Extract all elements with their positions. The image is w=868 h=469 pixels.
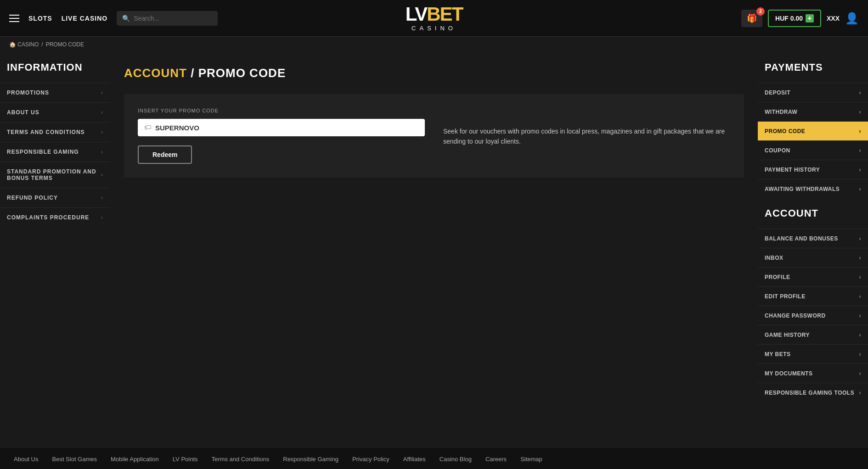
breadcrumb-home[interactable]: 🏠 CASINO [9, 41, 39, 48]
arrow-icon: › [859, 108, 861, 115]
promo-label: INSERT YOUR PROMO CODE [138, 108, 425, 113]
account-title: ACCOUNT [758, 198, 868, 229]
promo-code-box: INSERT YOUR PROMO CODE 🏷 Redeem Seek for… [124, 94, 744, 178]
logo-bet: BET [427, 3, 462, 25]
payments-title: PAYMENTS [758, 61, 868, 83]
arrow-icon: › [859, 147, 861, 154]
header-right: 🎁 2 HUF 0.00 + XXX 👤 [741, 10, 859, 27]
balance-button[interactable]: HUF 0.00 + [768, 10, 821, 27]
sidebar-item-responsible-gaming[interactable]: RESPONSIBLE GAMING ‹ [0, 142, 110, 162]
chevron-icon: ‹ [101, 129, 103, 135]
sidebar-item-about-us[interactable]: ABOUT US ‹ [0, 102, 110, 122]
footer-link-privacy-policy[interactable]: Privacy Policy [352, 456, 389, 463]
arrow-icon: › [859, 351, 861, 357]
arrow-icon: › [859, 89, 861, 96]
arrow-icon: › [859, 254, 861, 261]
right-item-withdraw[interactable]: WITHDRAW › [758, 102, 868, 121]
right-item-game-history[interactable]: GAME HISTORY › [758, 325, 868, 344]
breadcrumb-current: PROMO CODE [46, 41, 84, 48]
left-sidebar: INFORMATION PROMOTIONS ‹ ABOUT US ‹ TERM… [0, 52, 110, 447]
notification-button[interactable]: 🎁 2 [741, 10, 762, 27]
left-sidebar-title: INFORMATION [0, 61, 110, 83]
right-item-awaiting-withdrawals[interactable]: AWAITING WITHDRAWALS › [758, 179, 868, 198]
main-content: ACCOUNT / PROMO CODE INSERT YOUR PROMO C… [110, 52, 758, 447]
sidebar-item-refund-policy[interactable]: REFUND POLICY ‹ [0, 188, 110, 207]
right-item-payment-history[interactable]: PAYMENT HISTORY › [758, 160, 868, 179]
right-item-coupon[interactable]: COUPON › [758, 140, 868, 160]
chevron-icon: ‹ [101, 89, 103, 96]
chevron-icon: ‹ [101, 172, 103, 178]
username-button[interactable]: XXX [827, 15, 840, 22]
arrow-icon: › [859, 389, 861, 396]
right-item-inbox[interactable]: INBOX › [758, 248, 868, 267]
right-item-my-bets[interactable]: MY BETS › [758, 344, 868, 363]
sidebar-item-complaints[interactable]: COMPLAINTS PROCEDURE ‹ [0, 207, 110, 227]
nav-slots[interactable]: SLOTS [28, 15, 52, 22]
nav-live-casino[interactable]: LIVE CASINO [62, 15, 107, 22]
logo-text: LVBET [406, 5, 463, 24]
arrow-icon: › [859, 331, 861, 338]
right-item-profile[interactable]: PROFILE › [758, 267, 868, 286]
arrow-icon: › [859, 185, 861, 192]
arrow-icon: › [859, 293, 861, 300]
right-item-change-password[interactable]: CHANGE PASSWORD › [758, 306, 868, 325]
balance-amount: HUF 0.00 [775, 15, 803, 22]
footer-link-best-slot-games[interactable]: Best Slot Games [52, 456, 97, 463]
sidebar-item-standard-promotion[interactable]: STANDARD PROMOTION AND BONUS TERMS ‹ [0, 162, 110, 188]
profile-button[interactable]: 👤 [845, 12, 859, 25]
heading-account: ACCOUNT [124, 66, 187, 80]
logo: LVBET CASINO [406, 5, 463, 32]
right-item-deposit[interactable]: DEPOSIT › [758, 83, 868, 102]
logo-casino: CASINO [411, 25, 457, 32]
footer-link-mobile-application[interactable]: Mobile Application [111, 456, 159, 463]
arrow-icon: › [859, 166, 861, 173]
arrow-icon: › [859, 370, 861, 377]
sidebar-item-promotions[interactable]: PROMOTIONS ‹ [0, 83, 110, 102]
page-heading: ACCOUNT / PROMO CODE [124, 66, 744, 80]
footer-link-responsible-gaming[interactable]: Responsible Gaming [283, 456, 338, 463]
breadcrumb-separator: / [41, 41, 43, 48]
search-bar: 🔍 [117, 11, 218, 26]
footer-link-lv-points[interactable]: LV Points [173, 456, 198, 463]
right-item-balance-bonuses[interactable]: BALANCE AND BONUSES › [758, 229, 868, 248]
footer-link-casino-blog[interactable]: Casino Blog [440, 456, 472, 463]
footer-link-about-us[interactable]: About Us [14, 456, 38, 463]
chevron-icon: ‹ [101, 149, 103, 155]
sidebar-item-terms[interactable]: TERMS AND CONDITIONS ‹ [0, 122, 110, 142]
arrow-icon: › [859, 312, 861, 319]
header-left: SLOTS LIVE CASINO 🔍 [9, 11, 218, 26]
promo-left: INSERT YOUR PROMO CODE 🏷 Redeem [138, 108, 425, 164]
footer-link-terms[interactable]: Terms and Conditions [212, 456, 270, 463]
search-input[interactable] [134, 15, 212, 22]
right-item-my-documents[interactable]: MY DOCUMENTS › [758, 363, 868, 383]
header: SLOTS LIVE CASINO 🔍 LVBET CASINO 🎁 2 HUF… [0, 0, 868, 37]
tag-icon: 🏷 [144, 123, 152, 132]
heading-section: PROMO CODE [198, 66, 286, 80]
chevron-icon: ‹ [101, 109, 103, 116]
promo-description: Seek for our vouchers with promo codes i… [443, 108, 730, 147]
notification-badge: 2 [756, 7, 765, 16]
footer-link-affiliates[interactable]: Affiliates [403, 456, 426, 463]
search-icon: 🔍 [122, 15, 130, 22]
right-item-promo-code[interactable]: PROMO CODE › [758, 121, 868, 140]
chevron-icon: ‹ [101, 195, 103, 201]
right-item-responsible-gaming-tools[interactable]: RESPONSIBLE GAMING TOOLS › [758, 383, 868, 402]
promo-code-input[interactable] [155, 124, 418, 132]
heading-separator: / [187, 66, 198, 80]
promo-input-wrap: 🏷 [138, 119, 425, 136]
chevron-icon: ‹ [101, 214, 103, 221]
hamburger-menu[interactable] [9, 15, 19, 22]
arrow-icon: › [859, 128, 861, 134]
footer: About Us Best Slot Games Mobile Applicat… [0, 447, 868, 469]
footer-link-sitemap[interactable]: Sitemap [520, 456, 542, 463]
main-layout: INFORMATION PROMOTIONS ‹ ABOUT US ‹ TERM… [0, 52, 868, 447]
redeem-button[interactable]: Redeem [138, 145, 192, 164]
logo-lv: LV [406, 3, 427, 25]
deposit-plus-icon: + [806, 14, 814, 22]
breadcrumb: 🏠 CASINO / PROMO CODE [0, 37, 868, 52]
right-item-edit-profile[interactable]: EDIT PROFILE › [758, 286, 868, 306]
arrow-icon: › [859, 235, 861, 242]
right-sidebar: PAYMENTS DEPOSIT › WITHDRAW › PROMO CODE… [758, 52, 868, 447]
arrow-icon: › [859, 274, 861, 280]
footer-link-careers[interactable]: Careers [485, 456, 507, 463]
